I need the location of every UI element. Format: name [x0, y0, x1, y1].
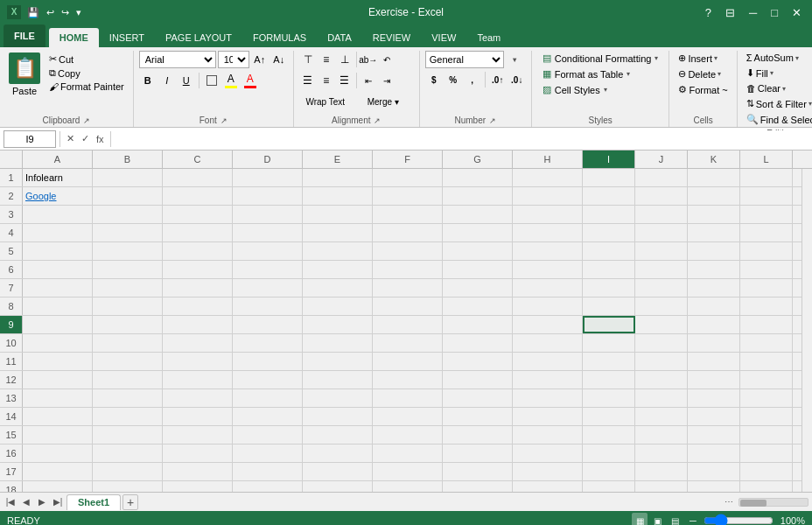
- sheet-nav-prev[interactable]: ◀: [19, 495, 33, 509]
- decrease-decimal-btn[interactable]: .0↓: [508, 71, 526, 88]
- cell-F13[interactable]: [373, 389, 443, 407]
- cell-J1[interactable]: [635, 169, 688, 186]
- cell-K16[interactable]: [688, 444, 740, 462]
- cell-K13[interactable]: [688, 389, 740, 407]
- sheet-tab-sheet1[interactable]: Sheet1: [66, 494, 121, 510]
- cell-G16[interactable]: [443, 444, 513, 462]
- cell-I13[interactable]: [583, 389, 635, 407]
- left-align-btn[interactable]: ☰: [299, 72, 317, 89]
- cell-C7[interactable]: [163, 279, 233, 297]
- cell-K9[interactable]: [688, 316, 740, 333]
- cell-B11[interactable]: [93, 353, 163, 370]
- cell-I8[interactable]: [583, 298, 635, 315]
- cell-A9[interactable]: [23, 316, 93, 333]
- cell-K6[interactable]: [688, 261, 740, 278]
- cell-G13[interactable]: [443, 389, 513, 407]
- scrollbar-vertical[interactable]: [802, 169, 812, 492]
- cell-J12[interactable]: [635, 371, 688, 388]
- format-cells-btn[interactable]: ⚙ Format ~: [675, 82, 731, 97]
- cell-A13[interactable]: [23, 389, 93, 407]
- cell-F7[interactable]: [373, 279, 443, 297]
- cell-K11[interactable]: [688, 353, 740, 370]
- cell-G9[interactable]: [443, 316, 513, 333]
- cell-E12[interactable]: [303, 371, 373, 388]
- cell-I3[interactable]: [583, 206, 635, 223]
- number-format-dropdown[interactable]: ▾: [506, 51, 523, 68]
- cell-A3[interactable]: [23, 206, 93, 223]
- cell-C10[interactable]: [163, 334, 233, 352]
- cell-A5[interactable]: [23, 242, 93, 260]
- col-header-I[interactable]: I: [583, 150, 635, 168]
- redo-quick-btn[interactable]: ↪: [59, 5, 72, 20]
- cell-H8[interactable]: [513, 298, 583, 315]
- cell-E17[interactable]: [303, 463, 373, 480]
- cell-E15[interactable]: [303, 426, 373, 444]
- cell-E14[interactable]: [303, 408, 373, 425]
- cell-D1[interactable]: [233, 169, 303, 186]
- cell-J15[interactable]: [635, 426, 688, 444]
- cell-A8[interactable]: [23, 298, 93, 315]
- cell-C2[interactable]: [163, 187, 233, 205]
- cell-A1[interactable]: Infolearn: [23, 169, 93, 186]
- fill-btn[interactable]: ⬇ Fill ▾: [743, 66, 777, 80]
- undo-quick-btn[interactable]: ↩: [44, 5, 57, 20]
- cell-B15[interactable]: [93, 426, 163, 444]
- tab-view[interactable]: VIEW: [421, 28, 466, 47]
- clear-btn[interactable]: 🗑 Clear ▾: [743, 81, 789, 95]
- cell-L18[interactable]: [740, 481, 793, 492]
- cell-D3[interactable]: [233, 206, 303, 223]
- cell-I1[interactable]: [583, 169, 635, 186]
- rotate-text-btn[interactable]: ↶: [378, 51, 396, 68]
- cell-I10[interactable]: [583, 334, 635, 352]
- cell-G17[interactable]: [443, 463, 513, 480]
- col-header-L[interactable]: L: [740, 150, 793, 168]
- cell-I15[interactable]: [583, 426, 635, 444]
- cell-L11[interactable]: [740, 353, 793, 370]
- cell-K10[interactable]: [688, 334, 740, 352]
- format-as-table-btn[interactable]: ▦ Format as Table ▾: [537, 66, 636, 81]
- cell-E16[interactable]: [303, 444, 373, 462]
- cell-B16[interactable]: [93, 444, 163, 462]
- cell-C4[interactable]: [163, 224, 233, 242]
- cell-B5[interactable]: [93, 242, 163, 260]
- bottom-align-btn[interactable]: ⊥: [336, 51, 354, 68]
- cell-F17[interactable]: [373, 463, 443, 480]
- normal-view-btn[interactable]: ▦: [632, 513, 648, 525]
- wrap-text-btn[interactable]: Wrap Text: [299, 93, 352, 110]
- cell-K7[interactable]: [688, 279, 740, 297]
- row-num-18[interactable]: 18: [0, 481, 23, 492]
- cell-G8[interactable]: [443, 298, 513, 315]
- cell-I6[interactable]: [583, 261, 635, 278]
- cell-K3[interactable]: [688, 206, 740, 223]
- underline-button[interactable]: U: [178, 72, 195, 89]
- col-header-M[interactable]: M: [793, 150, 812, 168]
- grid-body[interactable]: 1Infolearn2Google34567891011121314151617…: [0, 169, 812, 492]
- cell-E1[interactable]: [303, 169, 373, 186]
- cell-H18[interactable]: [513, 481, 583, 492]
- cell-D18[interactable]: [233, 481, 303, 492]
- fill-color-button[interactable]: A: [222, 72, 240, 89]
- cell-L3[interactable]: [740, 206, 793, 223]
- clipboard-expand-icon[interactable]: ↗: [83, 116, 90, 125]
- customize-quick-btn[interactable]: ▾: [74, 5, 84, 20]
- cell-K17[interactable]: [688, 463, 740, 480]
- cell-B3[interactable]: [93, 206, 163, 223]
- cell-C3[interactable]: [163, 206, 233, 223]
- row-num-5[interactable]: 5: [0, 242, 23, 260]
- cell-B6[interactable]: [93, 261, 163, 278]
- tab-formulas[interactable]: FORMULAS: [242, 28, 317, 47]
- cell-F2[interactable]: [373, 187, 443, 205]
- cell-H10[interactable]: [513, 334, 583, 352]
- cell-H2[interactable]: [513, 187, 583, 205]
- increase-font-btn[interactable]: A↑: [251, 51, 269, 68]
- tab-page-layout[interactable]: PAGE LAYOUT: [155, 28, 242, 47]
- cell-B14[interactable]: [93, 408, 163, 425]
- cell-L6[interactable]: [740, 261, 793, 278]
- cell-F16[interactable]: [373, 444, 443, 462]
- restore-btn[interactable]: ⊟: [722, 6, 738, 19]
- help-btn[interactable]: ?: [702, 6, 715, 19]
- cell-C15[interactable]: [163, 426, 233, 444]
- row-num-14[interactable]: 14: [0, 408, 23, 425]
- cell-E4[interactable]: [303, 224, 373, 242]
- cell-E13[interactable]: [303, 389, 373, 407]
